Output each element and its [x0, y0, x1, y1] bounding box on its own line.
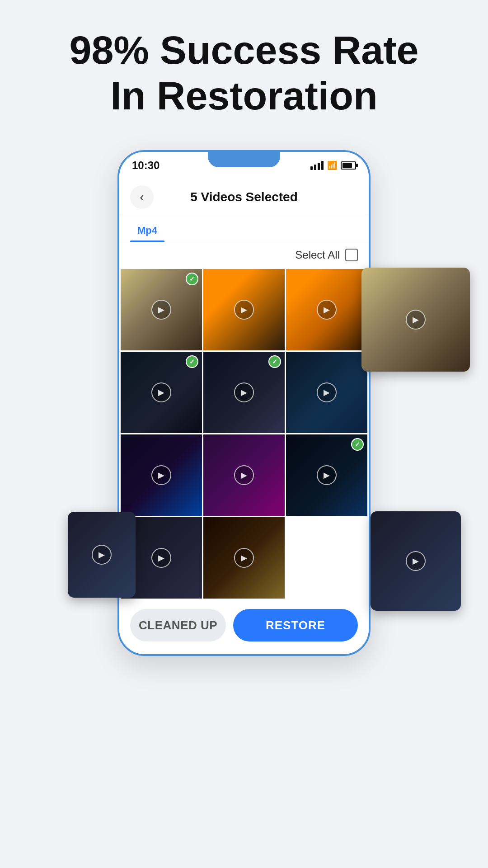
- play-icon-5: ▶: [234, 382, 254, 402]
- wifi-icon: 📶: [327, 160, 337, 170]
- play-icon-3: ▶: [317, 300, 337, 320]
- play-icon-10: ▶: [151, 548, 171, 568]
- tab-mp4[interactable]: Mp4: [130, 219, 164, 242]
- play-icon-8: ▶: [234, 465, 254, 485]
- play-icon-6: ▶: [317, 382, 337, 402]
- play-icon-2: ▶: [234, 300, 254, 320]
- play-icon-4: ▶: [151, 382, 171, 402]
- back-icon: ‹: [140, 190, 144, 204]
- restore-button[interactable]: RESTORE: [233, 609, 358, 642]
- select-all-checkbox[interactable]: [345, 249, 358, 261]
- status-icons: 📶: [310, 160, 356, 170]
- tabs-bar: Mp4: [119, 215, 369, 242]
- video-cell-1[interactable]: ▶: [121, 269, 202, 350]
- screen-title: 5 Videos Selected: [154, 190, 358, 204]
- video-grid: ▶ ▶ ▶ ▶: [119, 268, 369, 600]
- video-cell-7[interactable]: ▶: [121, 434, 202, 516]
- select-all-row: Select All: [119, 242, 369, 268]
- headline-line1: 98% Success Rate: [70, 27, 419, 73]
- play-icon-1: ▶: [151, 300, 171, 320]
- play-icon-11: ▶: [234, 548, 254, 568]
- video-cell-5[interactable]: ▶: [203, 352, 285, 433]
- float-card-left: ▶: [68, 512, 136, 598]
- float-left-play-icon: ▶: [92, 545, 112, 565]
- float-right-bottom-play-icon: ▶: [406, 551, 426, 571]
- top-bar: ‹ 5 Videos Selected: [119, 179, 369, 215]
- float-card-right-bottom: ▶: [371, 511, 461, 611]
- status-bar: 10:30 📶: [119, 152, 369, 179]
- back-button[interactable]: ‹: [130, 185, 154, 209]
- bottom-actions: CLEANED UP RESTORE: [119, 600, 369, 654]
- video-cell-3[interactable]: ▶: [286, 269, 367, 350]
- video-cell-11[interactable]: ▶: [203, 517, 285, 599]
- float-card-right-top: ▶: [361, 268, 470, 372]
- select-all-label: Select All: [295, 249, 340, 261]
- video-cell-2[interactable]: ▶: [203, 269, 285, 350]
- phone-mockup: ▶ ▶ ▶ 10:30 📶: [117, 150, 371, 656]
- video-cell-6[interactable]: ▶: [286, 352, 367, 433]
- status-time: 10:30: [132, 159, 160, 172]
- video-cell-8[interactable]: ▶: [203, 434, 285, 516]
- video-cell-4[interactable]: ▶: [121, 352, 202, 433]
- play-icon-9: ▶: [317, 465, 337, 485]
- battery-icon: [341, 161, 356, 170]
- headline-line2: In Restoration: [70, 73, 419, 118]
- float-right-top-play-icon: ▶: [406, 310, 426, 330]
- headline: 98% Success Rate In Restoration: [70, 27, 419, 118]
- cleaned-up-button[interactable]: CLEANED UP: [130, 609, 226, 642]
- signal-icon: [310, 161, 324, 170]
- phone-frame: 10:30 📶 ‹ 5 Videos Selected: [117, 150, 371, 656]
- play-icon-7: ▶: [151, 465, 171, 485]
- video-cell-9[interactable]: ▶: [286, 434, 367, 516]
